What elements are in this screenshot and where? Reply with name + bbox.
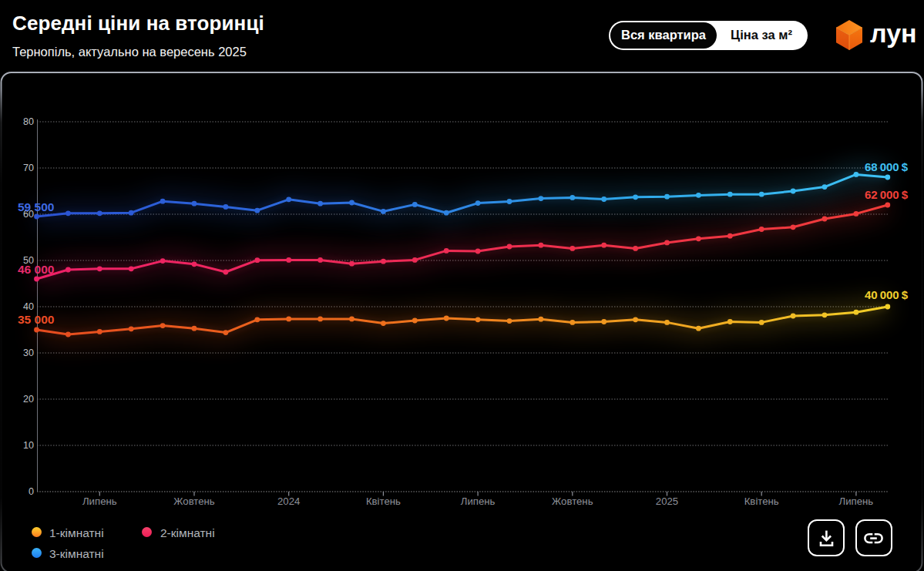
svg-text:46 000: 46 000 xyxy=(18,263,54,276)
svg-text:40: 40 xyxy=(23,301,34,312)
svg-text:68 000 $: 68 000 $ xyxy=(865,160,909,173)
svg-text:Липень: Липень xyxy=(461,495,496,507)
svg-text:2024: 2024 xyxy=(277,495,300,507)
svg-text:Жовтень: Жовтень xyxy=(173,495,215,507)
svg-text:35 000: 35 000 xyxy=(18,313,54,326)
svg-text:20: 20 xyxy=(23,394,34,405)
svg-text:62 000 $: 62 000 $ xyxy=(865,188,909,201)
svg-text:Жовтень: Жовтень xyxy=(552,495,593,507)
svg-text:40 000 $: 40 000 $ xyxy=(865,288,909,301)
svg-text:Квітень: Квітень xyxy=(744,495,779,507)
svg-text:59 500: 59 500 xyxy=(18,200,54,213)
svg-text:10: 10 xyxy=(23,440,34,451)
svg-text:2025: 2025 xyxy=(656,495,678,507)
svg-text:30: 30 xyxy=(23,348,34,358)
svg-text:70: 70 xyxy=(23,163,34,173)
svg-text:Липень: Липень xyxy=(82,495,117,507)
svg-text:Липень: Липень xyxy=(839,495,874,507)
svg-text:Квітень: Квітень xyxy=(366,495,401,507)
svg-text:80: 80 xyxy=(23,116,34,127)
svg-text:0: 0 xyxy=(29,486,34,497)
